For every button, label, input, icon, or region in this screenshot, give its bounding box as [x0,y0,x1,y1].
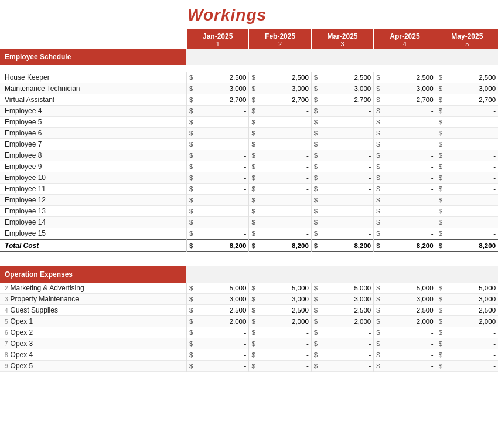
dollar-sign: $ [439,351,442,358]
dollar-sign: $ [189,329,193,336]
row-label: 5Opex 1 [0,317,186,325]
dollar-sign: $ [439,242,442,249]
employee-rows: House Keeper$2,500$2,500$2,500$2,500$2,5… [0,72,498,239]
cell: $- [311,349,373,361]
cell: $2,700 [436,94,498,106]
page-title: Workings [187,6,498,25]
total-cost-label: Total Cost [0,242,186,250]
cell: $- [248,172,311,184]
dollar-sign: $ [189,185,193,192]
dollar-sign: $ [251,85,255,92]
row-cells: $-$-$-$-$- [186,106,498,117]
dollar-sign: $ [376,85,380,92]
dollar-sign: $ [314,174,318,181]
cell: $- [186,338,248,349]
cell: $2,700 [373,94,435,106]
total-cost-row: Total Cost $8,200$8,200$8,200$8,200$8,20… [0,239,498,252]
page-container: Workings Jan-20251Feb-20252Mar-20253Apr-… [0,0,498,448]
table-row: Employee 12$-$-$-$-$- [0,195,498,206]
cell: $- [248,228,311,239]
row-num: 5 [5,318,8,325]
cell-value: 3,000 [230,296,247,303]
cell-value: 2,700 [417,96,434,103]
row-label: Employee 11 [0,185,186,193]
operation-rows: 2Marketing & Advertising$5,000$5,000$5,0… [0,283,498,372]
cell-value: - [244,118,247,125]
dollar-sign: $ [376,163,380,170]
cell: $2,500 [373,72,435,83]
cell: $- [186,184,248,195]
cell-value: - [306,107,309,114]
cell-value: - [369,219,371,226]
dollar-sign: $ [439,96,442,103]
dollar-sign: $ [439,163,442,170]
cell-value: - [369,340,371,347]
cell-value: 3,000 [417,85,434,92]
dollar-sign: $ [251,107,255,114]
cell: $- [373,150,435,161]
cell: $- [311,206,373,217]
cell-value: - [493,174,496,181]
cell: $2,000 [311,316,373,327]
dollar-sign: $ [251,362,255,369]
dollar-sign: $ [251,340,255,347]
cell-value: - [369,208,371,215]
dollar-sign: $ [251,174,255,181]
cell-value: 2,500 [479,74,496,81]
cell-value: - [244,196,247,203]
cell: $- [436,228,498,239]
row-cells: $-$-$-$-$- [186,172,498,184]
dollar-sign: $ [314,351,318,358]
cell-value: - [369,230,371,237]
cell-value: - [493,362,496,369]
cell-value: - [306,152,309,159]
row-cells: $-$-$-$-$- [186,195,498,206]
cell-value: 3,000 [417,296,434,303]
row-label: 2Marketing & Advertising [0,284,186,292]
cell: $- [311,117,373,128]
dollar-sign: $ [439,74,442,81]
cell-value: - [431,118,434,125]
cell-value: - [493,329,496,336]
dollar-sign: $ [251,307,255,314]
cell-value: - [431,219,434,226]
dollar-sign: $ [439,174,442,181]
table-row: Employee 9$-$-$-$-$- [0,161,498,172]
row-cells: $-$-$-$-$- [186,117,498,128]
cell-value: - [244,340,247,347]
cell-value: 3,000 [354,85,371,92]
dollar-sign: $ [439,196,442,203]
row-cells: $2,700$2,700$2,700$2,700$2,700 [186,94,498,106]
cell-value: 2,000 [417,318,434,325]
cell-value: - [493,351,496,358]
cell-value: - [244,208,247,215]
cell: $2,500 [248,305,311,316]
row-label: 4Guest Supplies [0,306,186,314]
cell: $- [311,172,373,184]
total-value: 8,200 [354,242,371,249]
cell: $2,000 [373,316,435,327]
cell-value: - [306,118,309,125]
cell: $2,500 [436,305,498,316]
total-cell: $8,200 [248,239,311,252]
table-row: House Keeper$2,500$2,500$2,500$2,500$2,5… [0,72,498,83]
cell: $- [311,217,373,228]
dollar-sign: $ [251,130,255,137]
dollar-sign: $ [376,185,380,192]
dollar-sign: $ [376,141,380,148]
cell: $3,000 [248,294,311,305]
cell-value: 3,000 [354,296,371,303]
cell-value: - [369,329,371,336]
dollar-sign: $ [376,318,380,325]
cell-value: 2,000 [230,318,247,325]
cell-value: 2,500 [230,74,247,81]
cell: $- [311,327,373,338]
cell: $3,000 [311,83,373,94]
cell: $2,000 [248,316,311,327]
cell-value: - [306,340,309,347]
title-bar: Workings [0,0,498,29]
cell: $2,500 [311,72,373,83]
cell-value: - [306,362,309,369]
dollar-sign: $ [314,318,318,325]
dollar-sign: $ [251,196,255,203]
